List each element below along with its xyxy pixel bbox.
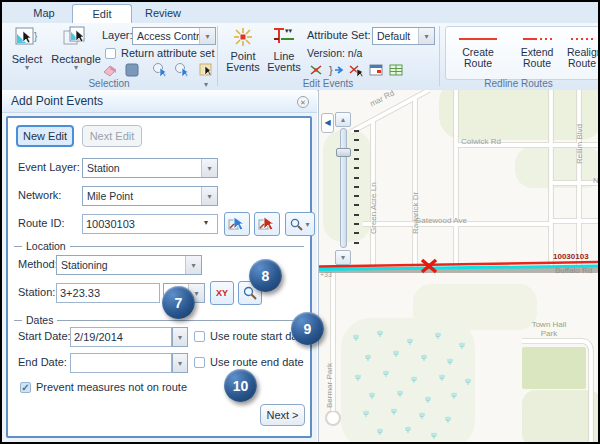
map-label-green-acre-ln: Green Acre Ln <box>369 182 378 234</box>
zoom-slider-handle[interactable] <box>336 148 351 157</box>
marsh-tuft: ψ <box>459 340 465 349</box>
map-label-town-hall-park: Town Hall Park <box>531 320 567 338</box>
map-label-buffalo-rd: Buffalo Rd <box>555 266 592 275</box>
route-id-caret[interactable]: ▾ <box>204 218 208 227</box>
location-section-header: Location <box>14 240 304 252</box>
layer-dropdown[interactable]: Access Control ▾ <box>132 27 216 45</box>
marsh-tuft: ψ <box>435 330 441 339</box>
end-date-input[interactable] <box>70 353 172 373</box>
station-input[interactable] <box>56 283 160 303</box>
merge-events-icon[interactable]: } <box>328 62 344 78</box>
tab-review[interactable]: Review <box>136 5 190 22</box>
marsh-tuft: ψ <box>377 328 383 337</box>
rectangle-dropdown-caret[interactable]: ▾ <box>50 65 102 71</box>
clear-selection-icon[interactable] <box>102 62 118 78</box>
map-label-rellim-blvd: Rellim Blvd <box>575 124 584 164</box>
method-caret[interactable]: ▾ <box>185 256 201 274</box>
new-edit-button[interactable]: New Edit <box>16 125 74 147</box>
event-layer-caret[interactable]: ▾ <box>201 159 217 177</box>
next-button[interactable]: Next > <box>260 404 305 426</box>
select-event-icon[interactable] <box>348 62 364 78</box>
zoom-tick <box>354 232 359 234</box>
attribute-set-dropdown[interactable]: Default ▾ <box>372 27 435 45</box>
network-dropdown[interactable]: Mile Point ▾ <box>82 186 218 206</box>
event-layer-dropdown[interactable]: Station ▾ <box>82 158 218 178</box>
callout-8-badge: 8 <box>249 259 282 292</box>
tab-map[interactable]: Map <box>18 5 70 22</box>
marsh-tuft: ψ <box>411 374 417 383</box>
events-table-icon[interactable] <box>388 62 404 78</box>
pan-to-selection-icon[interactable] <box>174 62 190 78</box>
map-label-gatewood-ave: Gatewood Ave <box>415 216 467 225</box>
redline-routes-box: Create Route Extend Route Realign Route <box>445 26 600 80</box>
next-edit-button[interactable]: Next Edit <box>82 125 142 147</box>
rectangle-button[interactable]: Rectangle ▾ <box>50 26 102 71</box>
attribute-set-caret[interactable]: ▾ <box>418 28 434 44</box>
method-label: Method: <box>18 258 58 270</box>
create-route-button[interactable]: Create Route <box>450 31 506 69</box>
selection-symbol-icon[interactable] <box>124 62 140 78</box>
panel-collapse-button[interactable]: ◀ <box>321 113 334 133</box>
start-date-input[interactable] <box>70 327 172 347</box>
layer-dropdown-caret[interactable]: ▾ <box>199 28 215 44</box>
line-events-button[interactable]: ▾▾ Line Events <box>264 26 304 73</box>
end-date-picker[interactable]: ▾ <box>172 353 188 373</box>
map-label-n-partial: N <box>593 176 599 185</box>
extend-route-button[interactable]: Extend Route <box>509 31 565 69</box>
zoom-in-button[interactable]: ▴ <box>335 112 351 127</box>
panel-close-icon[interactable]: ✕ <box>297 96 309 108</box>
selection-attributes-icon[interactable]: ▾ <box>198 62 214 78</box>
zoom-tick <box>354 195 359 197</box>
zoom-out-button[interactable]: ▾ <box>335 250 351 265</box>
map-view[interactable]: mar Rd Green Acre Ln Radarick Dr Colwick… <box>318 90 599 442</box>
select-button[interactable]: } Select ▾ <box>6 26 48 71</box>
route-id-label: Route ID: <box>18 217 64 229</box>
return-attribute-set-checkbox[interactable] <box>105 48 116 59</box>
map-label-colwick-rd: Colwick Rd <box>461 137 501 146</box>
marsh-tuft: ψ <box>363 408 369 417</box>
tab-edit[interactable]: Edit <box>72 4 132 24</box>
group-divider <box>217 26 218 86</box>
method-dropdown[interactable]: Stationing ▾ <box>56 255 202 275</box>
marsh-tuft: ψ <box>439 372 445 381</box>
callout-10-badge: 10 <box>224 369 257 402</box>
zoom-slider-track[interactable] <box>340 128 347 248</box>
event-layer-label: Event Layer: <box>18 161 80 173</box>
start-date-picker[interactable]: ▾ <box>172 327 188 347</box>
marsh-tuft: ψ <box>447 356 453 365</box>
use-route-start-date-checkbox[interactable] <box>194 331 205 342</box>
split-event-icon[interactable] <box>308 62 324 78</box>
zoom-tick <box>354 130 359 132</box>
zoom-tick <box>354 177 359 179</box>
zoom-to-selection-icon[interactable] <box>152 62 168 78</box>
station-label: Station: <box>18 286 55 298</box>
marsh-tuft: ψ <box>405 424 411 433</box>
point-events-icon <box>231 38 255 50</box>
prevent-measures-checkbox[interactable]: ✓ <box>20 382 31 393</box>
route-id-input[interactable] <box>82 214 218 234</box>
callout-9-badge: 9 <box>291 312 324 345</box>
network-caret[interactable]: ▾ <box>201 187 217 205</box>
marsh-tuft: ψ <box>465 376 471 385</box>
route-search-dropdown-button[interactable]: ▾ <box>285 212 315 236</box>
xy-coordinates-button[interactable]: XY <box>210 281 234 305</box>
realign-route-icon <box>567 31 597 47</box>
svg-text:}: } <box>34 31 38 42</box>
panel-title: Add Point Events <box>2 90 317 113</box>
zoom-tick <box>354 204 359 206</box>
point-events-button[interactable]: Point Events <box>222 26 264 73</box>
select-tool-icon: } <box>14 40 40 52</box>
use-route-end-date-checkbox[interactable] <box>194 357 205 368</box>
start-date-label: Start Date: <box>18 330 71 342</box>
select-route-on-map-button[interactable] <box>224 212 250 236</box>
version-label: Version: n/a <box>307 47 362 59</box>
marsh-tuft: ψ <box>377 426 383 435</box>
realign-route-button[interactable]: Realign Route <box>567 31 597 69</box>
select-dropdown-caret[interactable]: ▾ <box>6 65 48 71</box>
group-divider <box>439 26 440 86</box>
event-editor-window: Map Edit Review } Select ▾ <box>0 0 600 444</box>
redline-routes-group-label: Redline Routes <box>439 78 598 89</box>
marsh-tuft: ψ <box>383 368 389 377</box>
clear-route-selection-button[interactable] <box>254 212 280 236</box>
event-attributes-window-icon[interactable] <box>368 62 384 78</box>
